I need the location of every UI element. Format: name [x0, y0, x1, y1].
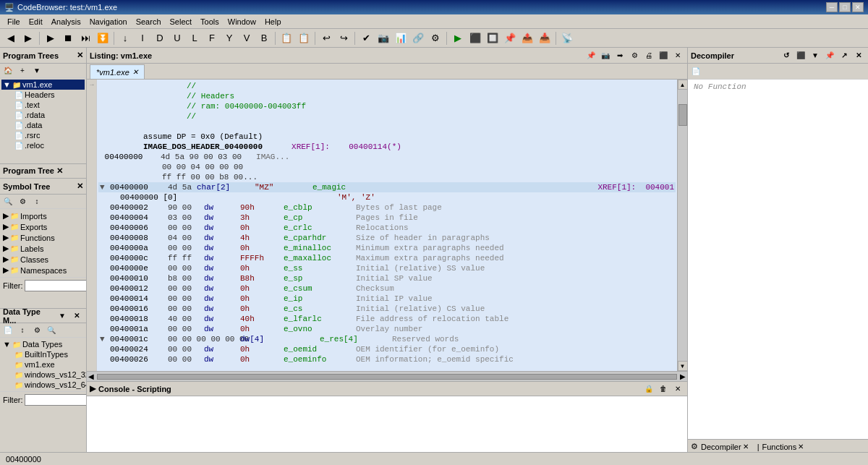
- menu-select[interactable]: Select: [166, 16, 197, 27]
- dtm-data-types[interactable]: ▼ 📁 Data Types: [1, 339, 85, 349]
- tb-btn-3[interactable]: ⏭: [77, 31, 93, 46]
- decompiler-snap-button[interactable]: 📌: [823, 50, 836, 61]
- forward-button[interactable]: ▶: [20, 31, 36, 46]
- tb-btn-16[interactable]: 📷: [375, 31, 391, 46]
- program-trees-close[interactable]: ✕: [77, 51, 83, 60]
- run-button[interactable]: ▶: [450, 31, 466, 46]
- row-e_sp[interactable]: 00400010 b8 00 dw B8h e_sp Initial SP va…: [98, 273, 676, 283]
- dtm-search-button[interactable]: 🔍: [45, 325, 58, 336]
- tb-btn-22[interactable]: 📌: [502, 31, 518, 46]
- tab-decompiler[interactable]: Decompiler ✕: [701, 443, 749, 451]
- decompiler-settings-button[interactable]: ▼: [809, 50, 822, 61]
- symbol-sort-button[interactable]: ↕: [30, 196, 43, 208]
- listing-scrollbar-v[interactable]: ▲ ▼: [677, 80, 687, 371]
- tb-btn-21[interactable]: 🔲: [485, 31, 501, 46]
- tb-btn-1[interactable]: ▶: [43, 31, 59, 46]
- scroll-left-arrow[interactable]: ◀: [87, 372, 95, 380]
- tb-btn-10[interactable]: F: [204, 31, 220, 46]
- maximize-button[interactable]: □: [839, 2, 851, 12]
- console-lock-button[interactable]: 🔒: [642, 383, 655, 395]
- decompiler-close-button[interactable]: ✕: [852, 50, 865, 61]
- dtm-new-button[interactable]: 📄: [1, 325, 14, 336]
- tb-btn-17[interactable]: 📊: [393, 31, 409, 46]
- row-e_csum[interactable]: 00400012 00 00 dw 0h e_csum Checksum: [98, 283, 676, 294]
- row-e_cp[interactable]: 00400004 03 00 dw 3h e_cp Pages in file: [98, 213, 676, 223]
- menu-edit[interactable]: Edit: [25, 16, 47, 27]
- dtm-arrow-button[interactable]: ↕: [16, 325, 29, 336]
- decompiler-maximize-button[interactable]: ↗: [838, 50, 851, 61]
- tb-btn-23[interactable]: 📤: [519, 31, 535, 46]
- row-e_cs[interactable]: 00400016 00 00 dw 0h e_cs Initial (relat…: [98, 304, 676, 314]
- tb-btn-18[interactable]: 🔗: [410, 31, 426, 46]
- tree-item-rdata[interactable]: 📄 .rdata: [13, 110, 85, 120]
- tb-btn-15[interactable]: 📋: [296, 31, 312, 46]
- tree-item-data[interactable]: 📄 .data: [13, 120, 85, 130]
- console-content[interactable]: [87, 396, 687, 453]
- row-e_ovno[interactable]: 0040001a 00 00 dw 0h e_ovno Overlay numb…: [98, 324, 676, 334]
- tb-btn-undo[interactable]: ↩: [318, 31, 334, 46]
- tab-functions-close[interactable]: ✕: [798, 443, 804, 451]
- tb-btn-14[interactable]: 📋: [278, 31, 294, 46]
- tb-btn-4[interactable]: ⏬: [95, 31, 111, 46]
- row-e_maxalloc[interactable]: 0040000c ff ff dw FFFFh e_maxalloc Maxim…: [98, 253, 676, 263]
- dtm-filter-input[interactable]: [25, 394, 87, 406]
- expand-magic[interactable]: ▼: [100, 182, 110, 192]
- tb-btn-8[interactable]: U: [169, 31, 185, 46]
- listing-expand-button[interactable]: ⬛: [657, 50, 670, 61]
- decompiler-refresh-button[interactable]: ↺: [780, 50, 793, 61]
- decompiler-expand-button[interactable]: ⬛: [794, 50, 807, 61]
- tree-item-vm1exe[interactable]: ▼ 📁 vm1.exe: [1, 80, 85, 90]
- scroll-up-arrow[interactable]: ▲: [678, 80, 688, 90]
- dtm-builtin[interactable]: 📁 BuiltInTypes: [13, 349, 85, 359]
- listing-snap-button[interactable]: 📌: [584, 50, 597, 61]
- menu-search[interactable]: Search: [132, 16, 166, 27]
- tab-vm1exe[interactable]: *vm1.exe ✕: [90, 64, 145, 79]
- row-e_res[interactable]: ▼ 0040001c 00 00 00 00 00 00 dw[4] e_res…: [98, 334, 676, 344]
- tree-home-button[interactable]: 🏠: [1, 65, 14, 77]
- tb-btn-25[interactable]: 📡: [559, 31, 575, 46]
- menu-analysis[interactable]: Analysis: [47, 16, 85, 27]
- tb-btn-12[interactable]: V: [239, 31, 255, 46]
- listing-close-button[interactable]: ✕: [671, 50, 684, 61]
- symbol-functions[interactable]: ▶ 📁 Functions: [1, 232, 85, 243]
- dtm-windows64[interactable]: 📁 windows_vs12_64: [13, 380, 85, 390]
- decompiler-content[interactable]: No Function: [688, 80, 868, 439]
- tb-btn-19[interactable]: ⚙: [427, 31, 443, 46]
- symbol-labels[interactable]: ▶ 📁 Labels: [1, 243, 85, 254]
- tb-btn-redo[interactable]: ↪: [336, 31, 352, 46]
- symbol-tree-close[interactable]: ✕: [77, 182, 83, 191]
- scroll-down-arrow[interactable]: ▼: [678, 361, 688, 371]
- tree-item-headers[interactable]: 📄 Headers: [13, 90, 85, 100]
- tab-functions[interactable]: Functions ✕: [762, 443, 804, 451]
- close-window-button[interactable]: ✕: [852, 2, 864, 12]
- console-clear-button[interactable]: 🗑: [657, 383, 670, 395]
- row-e_cparhdr[interactable]: 00400008 04 00 dw 4h e_cparhdr Size of h…: [98, 233, 676, 243]
- dtm-dropdown-button[interactable]: ▼: [56, 310, 69, 322]
- console-close-button[interactable]: ✕: [671, 383, 684, 395]
- listing-row-magic[interactable]: ▼ 00400000 4d 5a char[2] "MZ" e_magic XR…: [98, 182, 676, 192]
- menu-navigation[interactable]: Navigation: [85, 16, 132, 27]
- tb-btn-5[interactable]: ↓: [117, 31, 133, 46]
- listing-content[interactable]: // // Headers // ram: 00400000-004003ff …: [97, 80, 677, 371]
- decompiler-tb-1[interactable]: 📄: [689, 66, 702, 77]
- tree-item-reloc[interactable]: 📄 .reloc: [13, 140, 85, 150]
- scroll-thumb[interactable]: [678, 104, 687, 126]
- row-e_minalloc[interactable]: 0040000a 00 00 dw 0h e_minalloc Minimum …: [98, 243, 676, 253]
- listing-camera-button[interactable]: 📷: [599, 50, 612, 61]
- listing-print-button[interactable]: 🖨: [642, 50, 655, 61]
- row-e_cblp[interactable]: 00400002 90 00 dw 90h e_cblp Bytes of la…: [98, 202, 676, 213]
- tb-btn-20[interactable]: ⬛: [467, 31, 483, 46]
- row-e_ss[interactable]: 0040000e 00 00 dw 0h e_ss Initial (relat…: [98, 263, 676, 273]
- tb-btn-9[interactable]: L: [187, 31, 203, 46]
- symbol-filter-button[interactable]: 🔍: [1, 196, 14, 208]
- tb-btn-bookmark[interactable]: ✔: [358, 31, 374, 46]
- tb-btn-24[interactable]: 📥: [537, 31, 553, 46]
- symbol-namespaces[interactable]: ▶ 📁 Namespaces: [1, 265, 85, 276]
- dtm-vm1exe[interactable]: 📁 vm1.exe: [13, 359, 85, 370]
- menu-tools[interactable]: Tools: [196, 16, 224, 27]
- scroll-right-arrow[interactable]: ▶: [678, 372, 687, 380]
- row-e_crlc[interactable]: 00400006 00 00 dw 0h e_crlc Relocations: [98, 223, 676, 233]
- tree-add-button[interactable]: +: [16, 65, 29, 77]
- tab-decompiler-close[interactable]: ✕: [743, 443, 749, 451]
- tb-btn-11[interactable]: Y: [221, 31, 237, 46]
